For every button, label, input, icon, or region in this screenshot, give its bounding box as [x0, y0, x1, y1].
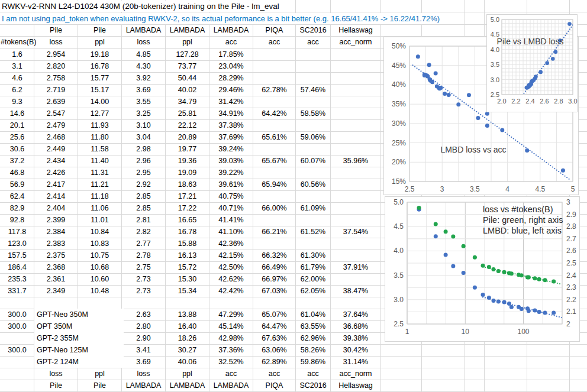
cell[interactable]: 300.0 — [1, 344, 34, 356]
cell[interactable]: 65.67% — [253, 155, 295, 167]
cell[interactable]: 10.48 — [78, 285, 121, 297]
cell[interactable]: 15.17 — [78, 84, 121, 96]
cell[interactable]: 2.758 — [34, 72, 78, 84]
cell[interactable]: 123.0 — [1, 238, 34, 250]
cell[interactable]: 82.9 — [1, 202, 34, 214]
cell[interactable]: 66.49% — [253, 261, 295, 273]
cell[interactable]: 2.383 — [34, 238, 78, 250]
cell[interactable]: 28.29% — [209, 72, 253, 84]
cell[interactable]: 40.75% — [209, 190, 253, 202]
cell[interactable]: 6.2 — [1, 84, 34, 96]
cell[interactable]: #tokens(B) — [1, 36, 34, 48]
cell[interactable]: acc — [253, 36, 295, 48]
cell[interactable]: Pile — [34, 24, 78, 36]
cell[interactable]: loss — [34, 368, 78, 380]
cell[interactable]: 42.36% — [209, 238, 253, 250]
cell[interactable]: 11.06 — [78, 202, 121, 214]
chart-pile-vs-lmbd[interactable]: 2.53.03.54.04.55.02.02.22.42.62.83.0Pile… — [486, 14, 578, 112]
cell[interactable]: 59.06% — [296, 131, 330, 143]
cell[interactable]: 16.40 — [166, 320, 209, 332]
cell[interactable]: 2.73 — [122, 273, 165, 285]
cell[interactable]: 58.58% — [296, 108, 330, 119]
sheet-subtitle[interactable]: I am not using pad_token when evaluating… — [2, 13, 444, 24]
cell[interactable]: 39.24% — [209, 143, 253, 155]
cell[interactable]: 41.41% — [209, 214, 253, 226]
cell[interactable]: loss — [122, 36, 165, 48]
cell[interactable]: 3.55 — [122, 96, 165, 108]
cell[interactable]: 64.47% — [253, 320, 295, 332]
cell[interactable]: 16.13 — [166, 250, 209, 261]
cell[interactable]: 3.92 — [122, 72, 165, 84]
cell[interactable]: 62.78% — [253, 84, 295, 96]
cell[interactable]: LAMBADA — [122, 380, 165, 391]
cell[interactable]: 2.639 — [34, 96, 78, 108]
cell[interactable]: 67.03% — [253, 285, 295, 297]
cell[interactable]: 2.80 — [122, 320, 165, 332]
cell[interactable]: 3.04 — [122, 131, 165, 143]
cell[interactable]: 19.18 — [78, 48, 121, 60]
cell[interactable]: 4.6 — [1, 72, 34, 84]
cell[interactable]: 2.90 — [122, 332, 165, 344]
cell[interactable]: 62.4 — [1, 190, 34, 202]
cell[interactable]: 11.93 — [78, 119, 121, 131]
cell[interactable]: SC2016 — [296, 24, 330, 36]
cell[interactable]: 63.55% — [296, 320, 330, 332]
cell[interactable]: 2.63 — [122, 309, 165, 320]
cell[interactable]: 35.96% — [331, 155, 380, 167]
cell[interactable]: 11.58 — [78, 143, 121, 155]
cell[interactable]: 2.78 — [122, 250, 165, 261]
cell[interactable]: 117.8 — [1, 226, 34, 238]
cell[interactable]: 62.96% — [296, 332, 330, 344]
cell[interactable]: 4.30 — [122, 60, 165, 72]
cell[interactable]: 2.384 — [34, 226, 78, 238]
cell[interactable]: 66.00% — [253, 202, 295, 214]
cell[interactable]: 34.79 — [166, 96, 209, 108]
cell[interactable]: 42.15% — [209, 250, 253, 261]
cell[interactable]: 23.04% — [209, 60, 253, 72]
cell[interactable]: 2.449 — [34, 143, 78, 155]
cell[interactable]: 42.98% — [209, 332, 253, 344]
cell[interactable]: acc — [253, 368, 295, 380]
cell[interactable]: GPT-Neo 125M — [34, 344, 124, 356]
cell[interactable]: 37.2 — [1, 155, 34, 167]
cell[interactable]: 47.29% — [209, 309, 253, 320]
cell[interactable]: 16.78 — [78, 60, 121, 72]
cell[interactable]: 64.42% — [253, 108, 295, 119]
cell[interactable]: 92.8 — [1, 214, 34, 226]
cell[interactable]: loss — [122, 368, 165, 380]
cell[interactable]: 37.54% — [331, 226, 380, 238]
cell[interactable]: 62.00% — [296, 273, 330, 285]
cell[interactable]: LAMBADA — [209, 380, 253, 391]
cell[interactable]: LAMBADA — [166, 380, 209, 391]
cell[interactable]: 57.46% — [296, 84, 330, 96]
cell[interactable]: 2.361 — [34, 273, 78, 285]
cell[interactable]: SC2016 — [296, 380, 330, 391]
cell[interactable]: 2.479 — [34, 119, 78, 131]
cell[interactable]: acc_norm — [331, 368, 380, 380]
cell[interactable]: 4.85 — [122, 48, 165, 60]
cell[interactable]: 12.77 — [78, 108, 121, 119]
cell[interactable]: 17.22 — [166, 202, 209, 214]
cell[interactable]: 10.68 — [78, 261, 121, 273]
cell[interactable]: 56.9 — [1, 179, 34, 190]
cell[interactable]: 15.30 — [166, 273, 209, 285]
cell[interactable]: LAMBADA — [166, 24, 209, 36]
cell[interactable]: 2.368 — [34, 261, 78, 273]
cell[interactable]: 62.05% — [296, 285, 330, 297]
cell[interactable]: 157.5 — [1, 250, 34, 261]
cell[interactable]: 10.83 — [78, 238, 121, 250]
cell[interactable]: 300.0 — [1, 320, 34, 332]
cell[interactable]: 11.80 — [78, 131, 121, 143]
cell[interactable]: 11.01 — [78, 214, 121, 226]
cell[interactable]: 59.86% — [296, 356, 330, 368]
cell[interactable]: 2.417 — [34, 179, 78, 190]
cell[interactable]: 2.426 — [34, 167, 78, 179]
cell[interactable]: 2.75 — [122, 261, 165, 273]
cell[interactable]: Pile — [34, 380, 78, 391]
cell[interactable]: 19.09 — [166, 167, 209, 179]
cell[interactable]: 186.4 — [1, 261, 34, 273]
cell[interactable]: GPT-2 124M — [34, 356, 124, 368]
cell[interactable]: 3.1 — [1, 60, 34, 72]
cell[interactable]: 3.25 — [122, 108, 165, 119]
cell[interactable]: 31.14% — [331, 356, 380, 368]
